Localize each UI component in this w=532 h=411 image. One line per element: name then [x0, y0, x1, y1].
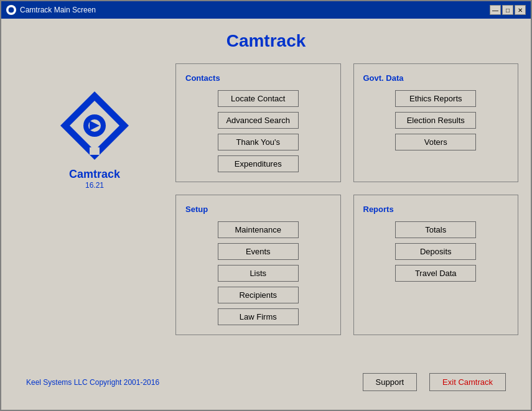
govt-data-buttons: Ethics Reports Election Results Voters: [363, 90, 509, 150]
close-button[interactable]: ✕: [515, 5, 526, 15]
locate-contact-button[interactable]: Locate Contact: [218, 90, 299, 107]
window-content: Camtrack: [1, 19, 531, 410]
camtrack-logo: [57, 88, 132, 163]
right-panels: Contacts Locate Contact Advanced Search …: [175, 63, 518, 335]
exit-button[interactable]: Exit Camtrack: [429, 373, 506, 391]
top-panels-row: Contacts Locate Contact Advanced Search …: [175, 63, 518, 182]
logo-title: Camtrack: [69, 168, 120, 181]
title-bar-controls: — □ ✕: [490, 5, 526, 15]
contacts-title: Contacts: [185, 73, 331, 83]
app-title: Camtrack: [226, 31, 306, 51]
advanced-search-button[interactable]: Advanced Search: [218, 112, 299, 129]
setup-buttons: Maintenance Events Lists Recipients Law …: [185, 221, 331, 325]
thank-yous-button[interactable]: Thank You's: [218, 134, 299, 150]
deposits-button[interactable]: Deposits: [395, 243, 476, 260]
expenditures-button[interactable]: Expenditures: [218, 155, 299, 172]
reports-buttons: Totals Deposits Travel Data: [363, 221, 509, 282]
setup-title: Setup: [185, 205, 331, 214]
app-icon: [6, 5, 16, 15]
minimize-button[interactable]: —: [490, 5, 501, 15]
title-bar: Camtrack Main Screen — □ ✕: [1, 1, 531, 19]
contacts-panel: Contacts Locate Contact Advanced Search …: [175, 63, 341, 182]
recipients-button[interactable]: Recipients: [218, 287, 299, 303]
logo-container: Camtrack 16.21: [57, 88, 132, 190]
reports-title: Reports: [363, 205, 509, 214]
govt-data-panel: Govt. Data Ethics Reports Election Resul…: [353, 63, 519, 182]
ethics-reports-button[interactable]: Ethics Reports: [395, 90, 476, 107]
contacts-buttons: Locate Contact Advanced Search Thank You…: [185, 90, 331, 172]
law-firms-button[interactable]: Law Firms: [218, 308, 299, 325]
window-title: Camtrack Main Screen: [20, 6, 96, 14]
travel-data-button[interactable]: Travel Data: [395, 265, 476, 282]
maximize-button[interactable]: □: [502, 5, 513, 15]
title-bar-left: Camtrack Main Screen: [6, 5, 96, 15]
setup-panel: Setup Maintenance Events Lists Recipient…: [175, 195, 341, 335]
events-button[interactable]: Events: [218, 243, 299, 260]
main-area: Camtrack 16.21 Contacts Locate Contact A…: [14, 63, 518, 367]
totals-button[interactable]: Totals: [395, 221, 476, 238]
lists-button[interactable]: Lists: [218, 265, 299, 282]
voters-button[interactable]: Voters: [395, 134, 476, 150]
main-window: Camtrack Main Screen — □ ✕ Camtrack: [0, 0, 532, 411]
support-button[interactable]: Support: [363, 373, 418, 391]
logo-version: 16.21: [85, 181, 104, 190]
action-buttons: Support Exit Camtrack: [363, 373, 506, 391]
copyright-text: Keel Systems LLC Copyright 2001-2016: [26, 378, 159, 387]
svg-point-0: [8, 7, 14, 13]
bottom-panels-row: Setup Maintenance Events Lists Recipient…: [175, 195, 518, 335]
govt-data-title: Govt. Data: [363, 73, 509, 83]
election-results-button[interactable]: Election Results: [395, 112, 476, 129]
maintenance-button[interactable]: Maintenance: [218, 221, 299, 238]
bottom-bar: Keel Systems LLC Copyright 2001-2016 Sup…: [14, 373, 518, 397]
svg-rect-6: [90, 147, 100, 155]
reports-panel: Reports Totals Deposits Travel Data: [353, 195, 519, 335]
left-panel: Camtrack 16.21: [14, 63, 175, 190]
